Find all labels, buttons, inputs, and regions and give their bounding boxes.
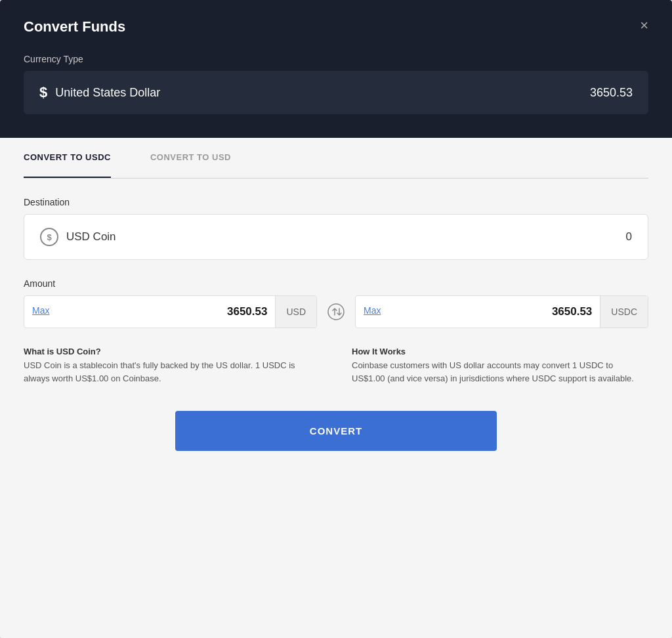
usdc-currency-label: USDC [600,296,648,328]
amount-row: Max 3650.53 USD Max 3650.53 USDC [24,295,648,328]
currency-section: Currency Type $ United States Dollar 365… [0,54,672,138]
svg-point-0 [328,304,344,320]
modal-title: Convert Funds [24,18,125,35]
what-is-usdc-text: USD Coin is a stablecoin that's fully ba… [24,359,320,385]
swap-icon[interactable] [327,303,345,320]
what-is-usdc-title: What is USD Coin? [24,347,320,356]
destination-left: $ USD Coin [40,228,116,246]
currency-amount: 3650.53 [590,86,633,100]
how-it-works-text: Coinbase customers with US dollar accoun… [352,359,648,385]
usdc-max-link[interactable]: Max [356,296,388,328]
amount-label: Amount [24,278,648,289]
usd-currency-label: USD [275,296,316,328]
dollar-icon: $ [39,84,47,101]
convert-button[interactable]: CONVERT [175,411,497,451]
how-it-works-block: How It Works Coinbase customers with US … [352,347,648,385]
destination-name: USD Coin [66,230,116,244]
currency-left: $ United States Dollar [39,84,160,101]
currency-type-label: Currency Type [24,54,648,64]
tab-convert-to-usd[interactable]: CONVERT TO USD [150,138,231,178]
tab-convert-to-usdc[interactable]: CONVERT TO USDC [24,138,111,178]
destination-row: $ USD Coin 0 [24,214,648,260]
modal-body: CONVERT TO USDC CONVERT TO USD Destinati… [0,138,672,638]
currency-name: United States Dollar [55,86,160,100]
convert-button-container: CONVERT [24,411,648,451]
destination-amount: 0 [626,230,632,244]
usdc-icon: $ [40,228,58,246]
info-row: What is USD Coin? USD Coin is a stableco… [24,347,648,385]
close-button[interactable]: × [640,18,648,33]
destination-label: Destination [24,197,648,207]
usdc-amount-value: 3650.53 [388,296,600,328]
usdc-input-group: Max 3650.53 USDC [355,295,648,328]
tabs-container: CONVERT TO USDC CONVERT TO USD [24,138,648,179]
how-it-works-title: How It Works [352,347,648,356]
currency-row: $ United States Dollar 3650.53 [24,71,648,114]
convert-funds-modal: Convert Funds × Currency Type $ United S… [0,0,672,638]
usd-input-group: Max 3650.53 USD [24,295,317,328]
usd-max-link[interactable]: Max [24,296,57,328]
usd-amount-value: 3650.53 [57,296,275,328]
what-is-usdc-block: What is USD Coin? USD Coin is a stableco… [24,347,320,385]
modal-header: Convert Funds × [0,0,672,54]
